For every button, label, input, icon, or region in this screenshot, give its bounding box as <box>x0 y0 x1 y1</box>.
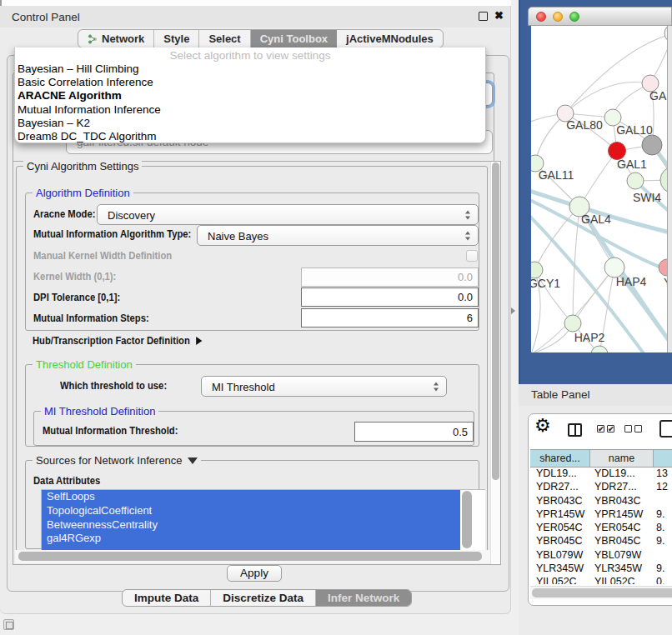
scrollbar-thumb[interactable] <box>18 552 482 561</box>
dpi-tolerance-field[interactable]: 0.0 <box>301 288 479 307</box>
tab-cyni-toolbox[interactable]: Cyni Toolbox <box>251 30 337 48</box>
sources-title-toggle[interactable]: Sources for Network Inference <box>33 454 201 467</box>
table-cell: YER054C <box>530 522 590 535</box>
splitter-arrow-icon[interactable] <box>511 308 515 314</box>
network-node[interactable] <box>642 135 662 155</box>
algorithm-option[interactable]: Basic Correlation Inference <box>15 76 485 89</box>
column-header-name[interactable]: name <box>590 450 654 467</box>
network-canvas[interactable]: GAL2GAL80GAL10GAL1GAL11SWI4GAL4GCY1HAP4Y… <box>531 26 667 352</box>
table-row[interactable]: YDL19...YDL19...13 <box>530 468 672 481</box>
select-all-check-icon[interactable]: ✔ <box>607 425 614 432</box>
manual-kernel-checkbox[interactable] <box>466 250 478 262</box>
tab-network[interactable]: Network <box>78 30 154 48</box>
spinner-arrows-icon <box>434 382 439 391</box>
table-row[interactable]: YLR345WYLR345W9. <box>530 562 672 576</box>
algorithm-option[interactable]: Dream8 DC_TDC Algorithm <box>15 130 485 143</box>
collapse-down-icon <box>188 458 198 464</box>
tab-style[interactable]: Style <box>154 30 199 48</box>
attribute-item[interactable]: SelfLoops <box>42 490 460 504</box>
column-header-partial[interactable] <box>654 450 672 467</box>
table-horizontal-scrollbar[interactable] <box>530 586 672 599</box>
attribute-item[interactable]: gal4RGexp <box>42 532 460 546</box>
export-table-icon[interactable] <box>659 420 672 438</box>
attribute-item[interactable]: BetweennessCentrality <box>42 518 460 532</box>
table-cell: YLR345W <box>530 562 590 576</box>
algorithm-option[interactable]: ARACNE Algorithm <box>15 89 485 102</box>
table-cell: YBR045C <box>590 535 654 548</box>
mi-steps-field[interactable]: 6 <box>301 308 479 328</box>
select-all-check-icon[interactable]: ✔ <box>597 425 604 432</box>
algorithm-option[interactable]: Mutual Information Inference <box>15 103 485 117</box>
table-row[interactable]: YIL052CYIL052C0. <box>530 576 672 584</box>
apply-button[interactable]: Apply <box>227 565 282 582</box>
float-window-icon[interactable] <box>479 12 488 21</box>
table-row[interactable]: YBR045CYBR045C9. <box>530 535 672 548</box>
column-header-shared-name[interactable]: shared... <box>530 450 590 467</box>
close-traffic-light[interactable] <box>536 12 546 22</box>
mi-steps-label: Mutual Information Steps: <box>33 312 149 324</box>
node-label: HAP2 <box>574 331 605 344</box>
node-label: GCY1 <box>531 277 560 290</box>
table-cell: YIL052C <box>590 576 654 584</box>
algorithm-definition-group: Algorithm Definition Aracne Mode: Discov… <box>25 192 479 331</box>
algorithm-option[interactable]: Bayesian – Hill Climbing <box>15 62 485 76</box>
attributes-scrollbar[interactable] <box>460 490 485 550</box>
aracne-mode-combobox[interactable]: Discovery <box>97 204 479 225</box>
cyni-bottom-tabs: Impute Data Discretize Data Infer Networ… <box>122 589 412 607</box>
network-node[interactable] <box>659 259 667 276</box>
scrollbar-thumb[interactable] <box>532 588 672 598</box>
network-node[interactable] <box>627 172 644 189</box>
table-cell: 9. <box>654 508 672 522</box>
network-node[interactable] <box>531 262 543 278</box>
network-window-titlebar[interactable] <box>528 7 672 26</box>
tab-select[interactable]: Select <box>199 30 250 48</box>
node-label: GAL4 <box>581 212 611 226</box>
scrollbar-thumb[interactable] <box>492 162 499 480</box>
table-cell <box>654 495 672 508</box>
network-node[interactable] <box>564 315 581 332</box>
algorithm-option[interactable]: Bayesian – K2 <box>15 117 485 130</box>
gear-icon[interactable]: ⚙ <box>534 415 551 437</box>
table-cell: YER054C <box>590 522 654 535</box>
kernel-width-field[interactable]: 0.0 <box>301 268 479 287</box>
table-panel-title: Table Panel <box>531 388 590 401</box>
table-row[interactable]: YDR27...YDR27...12 <box>530 481 672 494</box>
control-panel-tabs: Network Style Select Cyni Toolbox jActiv… <box>78 29 444 48</box>
tab-discretize-data[interactable]: Discretize Data <box>211 590 316 606</box>
hub-definition-toggle[interactable]: Hub/Transcription Factor Definition <box>33 335 202 347</box>
settings-horizontal-scrollbar[interactable] <box>15 550 499 563</box>
algorithm-dropdown: Select algorithm to view settings Bayesi… <box>14 48 486 143</box>
deselect-all-icon[interactable] <box>634 425 642 432</box>
table-row[interactable]: YBR043CYBR043C <box>530 495 672 508</box>
table-row[interactable]: YPR145WYPR145W9. <box>530 508 672 522</box>
network-node[interactable] <box>660 167 667 193</box>
zoom-traffic-light[interactable] <box>569 12 579 22</box>
expand-right-icon <box>196 337 202 345</box>
tab-network-label: Network <box>102 30 144 48</box>
mi-threshold-field[interactable]: 0.5 <box>354 422 474 442</box>
minimized-panel-icon[interactable] <box>3 619 14 630</box>
tab-infer-network[interactable]: Infer Network <box>316 590 411 606</box>
tab-jactivemnodules[interactable]: jActiveMNodules <box>337 30 443 48</box>
settings-vertical-scrollbar[interactable] <box>490 162 500 564</box>
table-row[interactable]: YBL079WYBL079W <box>530 549 672 562</box>
algorithm-definition-title: Algorithm Definition <box>33 187 133 199</box>
table-row[interactable]: YER054CYER054C8. <box>530 522 672 535</box>
deselect-all-icon[interactable] <box>624 425 632 432</box>
tab-impute-data[interactable]: Impute Data <box>123 590 211 606</box>
attribute-item[interactable]: TopologicalCoefficient <box>42 504 460 518</box>
which-threshold-combobox[interactable]: MI Threshold <box>201 376 447 397</box>
close-icon[interactable]: ✖ <box>494 9 504 22</box>
mi-threshold-title: MI Threshold Definition <box>41 405 158 418</box>
column-layout-icon[interactable] <box>568 423 582 437</box>
network-node[interactable] <box>591 346 608 352</box>
mi-type-combobox[interactable]: Naive Bayes <box>197 225 479 246</box>
table-cell: 9. <box>654 535 672 548</box>
scrollbar-thumb[interactable] <box>462 491 472 548</box>
table-header-row: shared... name <box>530 449 672 468</box>
minimize-traffic-light[interactable] <box>553 12 563 22</box>
mi-type-value: Naive Bayes <box>208 229 268 242</box>
window-top-tick <box>0 0 2 6</box>
table-cell: YLR345W <box>590 562 654 576</box>
aracne-mode-value: Discovery <box>108 208 155 221</box>
